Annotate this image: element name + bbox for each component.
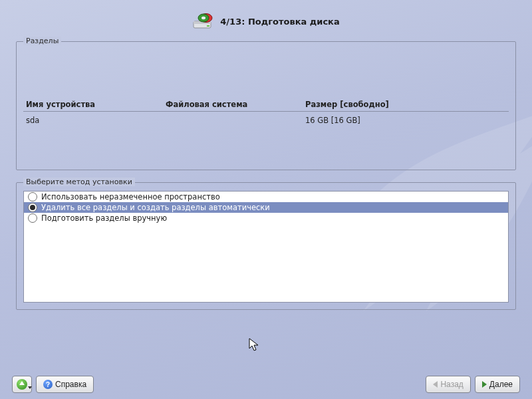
method-option-label: Использовать неразмеченное пространство [41,192,220,201]
method-option[interactable]: Подготовить разделы вручную [24,213,508,223]
menu-icon [17,379,27,390]
method-group: Выберите метод установки Использовать не… [16,182,516,310]
back-button[interactable]: Назад [426,376,470,393]
method-option-label: Подготовить разделы вручную [41,213,167,223]
partition-graphic [23,50,509,98]
wizard-header: 4/13: Подготовка диска [0,0,532,35]
method-list[interactable]: Использовать неразмеченное пространствоУ… [23,191,509,303]
help-button[interactable]: ? Справка [36,376,94,393]
help-button-label: Справка [55,380,86,389]
partition-table-header: Имя устройства Файловая система Размер [… [23,98,509,112]
partition-table: Имя устройства Файловая система Размер [… [23,98,509,127]
method-option[interactable]: Удалить все разделы и создать разделы ав… [24,202,508,213]
next-button[interactable]: Далее [475,376,520,393]
partition-table-footer [23,127,509,163]
method-option-label: Удалить все разделы и создать разделы ав… [41,203,270,212]
table-row[interactable]: sda 16 GB [16 GB] [23,112,509,127]
radio-icon [28,192,37,201]
back-button-label: Назад [440,380,463,389]
arrow-right-icon [482,381,487,388]
svg-point-5 [201,17,205,19]
arrow-left-icon [433,381,438,388]
cell-size: 16 GB [16 GB] [305,116,506,125]
partitions-group: Разделы Имя устройства Файловая система … [16,41,516,170]
disk-icon [192,12,215,31]
radio-icon [28,213,37,223]
svg-rect-2 [207,25,209,27]
radio-icon [28,203,37,212]
col-device: Имя устройства [26,100,166,109]
cell-device: sda [26,116,166,125]
method-legend: Выберите метод установки [23,178,135,186]
next-button-label: Далее [489,380,513,389]
page-title: 4/13: Подготовка диска [220,17,339,27]
wizard-footer: ? Справка Назад Далее [0,370,532,399]
col-fs: Файловая система [166,100,305,109]
menu-button[interactable] [12,376,32,393]
method-option[interactable]: Использовать неразмеченное пространство [24,192,508,202]
col-size: Размер [свободно] [305,100,506,109]
help-icon: ? [43,380,53,389]
partitions-legend: Разделы [23,37,61,45]
